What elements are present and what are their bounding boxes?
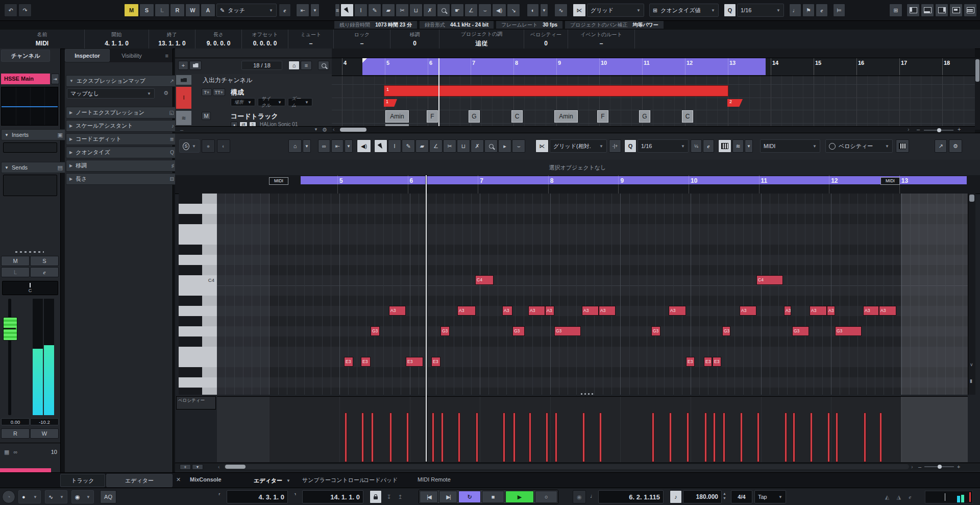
editor-vscrollbar[interactable]: ∨ ▮ bbox=[968, 194, 975, 395]
arranger-zoom-select[interactable]: ズーム▼ bbox=[288, 98, 312, 106]
quantize-panel-flag-button[interactable]: ⚑ bbox=[802, 4, 815, 17]
velocity-bar[interactable] bbox=[503, 413, 505, 462]
piano-key-black[interactable] bbox=[179, 194, 217, 204]
mute-tool-button[interactable]: ✗ bbox=[423, 4, 436, 17]
hand-tool-button[interactable]: ☛ bbox=[451, 4, 464, 17]
velocity-bar[interactable] bbox=[879, 413, 882, 462]
tap-tempo-button[interactable]: Tap▼ bbox=[754, 490, 786, 503]
color-tool-options-button[interactable]: ▼ bbox=[540, 4, 548, 17]
inspector-section-5[interactable]: ▶移調♯ bbox=[66, 160, 178, 172]
chord-event-F[interactable]: F bbox=[597, 110, 608, 123]
open-in-window-button[interactable]: ↗ bbox=[935, 139, 947, 153]
piano-key-black[interactable] bbox=[179, 316, 217, 327]
tab-inspector[interactable]: Inspector bbox=[65, 49, 110, 62]
editor-curve-tool-button[interactable]: ⌣ bbox=[512, 139, 525, 153]
velocity-bar[interactable] bbox=[740, 413, 743, 462]
midi-note-A3[interactable]: A3 bbox=[502, 306, 512, 316]
editor-setup-button[interactable]: ⚙ bbox=[949, 139, 962, 153]
arranger-cycle-select[interactable]: サイクル▼ bbox=[258, 98, 285, 106]
window-layout-options-button[interactable] bbox=[964, 4, 977, 17]
editor-erase-tool-button[interactable]: ▰ bbox=[415, 139, 429, 153]
editor-mute-tool-button[interactable]: ✗ bbox=[471, 139, 484, 153]
pitch-visibility-options-button[interactable]: ≋ bbox=[732, 139, 744, 153]
piano-key-white[interactable] bbox=[179, 285, 217, 296]
tab-track[interactable]: トラック bbox=[60, 474, 105, 487]
editor-window-mode-button[interactable]: ⌂ bbox=[288, 139, 302, 153]
midi-record-mode-select[interactable]: ◉▼ bbox=[71, 490, 94, 503]
midi-note-C4[interactable]: C4 bbox=[756, 275, 783, 285]
midi-note-A3[interactable]: A3 bbox=[582, 306, 599, 316]
track-list-options-button[interactable]: ≡ bbox=[301, 61, 312, 70]
info-col-4[interactable]: オフセット0. 0. 0. 0 bbox=[242, 30, 288, 49]
midi-note-E3[interactable]: E3 bbox=[361, 357, 371, 367]
velocity-bar[interactable] bbox=[371, 413, 374, 462]
editor-glue-tool-button[interactable]: ⊔ bbox=[457, 139, 470, 153]
tempo-value[interactable]: 180.000 bbox=[683, 490, 722, 503]
goto-start-button[interactable]: |◀ bbox=[420, 491, 438, 503]
fader-track[interactable] bbox=[8, 299, 11, 415]
goto-end-button[interactable]: ▶| bbox=[439, 491, 457, 503]
velocity-bar[interactable] bbox=[827, 413, 830, 462]
grid-match-quantize-button[interactable]: -|+ bbox=[609, 139, 621, 153]
info-col-5[interactable]: ミュート– bbox=[288, 30, 334, 49]
scroll-left-icon[interactable]: ‹ bbox=[218, 464, 220, 470]
automation-mode-select[interactable]: ✎ タッチ ▼ bbox=[216, 4, 277, 17]
channel-edit-button[interactable]: e bbox=[30, 267, 59, 277]
editor-autoscroll-button[interactable]: ⇤ bbox=[331, 139, 344, 153]
info-col-7[interactable]: 移調0 bbox=[390, 30, 439, 49]
midi-note-G3[interactable]: G3 bbox=[554, 326, 581, 336]
auto-quantize-button[interactable]: AQ bbox=[100, 490, 116, 503]
scroll-left-icon[interactable]: ‹ bbox=[333, 126, 335, 132]
vscroll-thumb[interactable] bbox=[975, 59, 979, 82]
right-locator-icon[interactable]: ⸣ bbox=[294, 492, 296, 499]
tempo-spinner[interactable]: ▲▼ bbox=[723, 491, 726, 500]
midi-note-A3[interactable]: A3 bbox=[669, 306, 686, 316]
zoom-tool-button[interactable] bbox=[437, 4, 450, 17]
erase-tool-button[interactable]: ▰ bbox=[382, 4, 395, 17]
chord-event-Amin[interactable]: Amin bbox=[554, 110, 578, 123]
record-mode-select[interactable]: ●▼ bbox=[18, 490, 41, 503]
velocity-bar[interactable] bbox=[361, 413, 364, 462]
inspector-section-6[interactable]: ▶長さ⊟ bbox=[66, 173, 178, 185]
editor-zoom-tool-button[interactable] bbox=[484, 139, 498, 153]
velocity-bar[interactable] bbox=[810, 413, 813, 462]
velocity-bar[interactable] bbox=[757, 413, 760, 462]
part-end-flag[interactable]: MIDI bbox=[880, 177, 900, 185]
use-track-preset-button[interactable] bbox=[189, 61, 202, 70]
velocity-bar[interactable] bbox=[389, 413, 392, 462]
midi-note-G3[interactable]: G3 bbox=[792, 326, 809, 336]
quantize-preset-select[interactable]: ⊞ クオンタイズ値 ▼ bbox=[649, 4, 719, 17]
editor-iq-button[interactable]: ¼ bbox=[691, 139, 702, 153]
velocity-bar[interactable] bbox=[441, 413, 444, 462]
vzoom-handle-icon[interactable]: ▮ bbox=[970, 378, 972, 383]
solo-button[interactable]: S bbox=[30, 256, 59, 266]
velocity-bar[interactable] bbox=[785, 413, 787, 462]
midi-note-G3[interactable]: G3 bbox=[651, 326, 660, 336]
info-col-0[interactable]: 名前MIDI bbox=[0, 30, 85, 49]
midi-note-A3[interactable]: A3 bbox=[827, 306, 835, 316]
inserts-bypass-icon[interactable]: ▣ bbox=[58, 132, 63, 138]
info-col-8[interactable]: プロジェクトの調追従 bbox=[439, 30, 524, 49]
zoom-out-icon[interactable]: – bbox=[917, 126, 920, 132]
line-style-button[interactable]: ⊨ bbox=[833, 4, 845, 17]
midi-note-E3[interactable]: E3 bbox=[713, 357, 721, 367]
piano-key-black[interactable] bbox=[179, 296, 217, 306]
piano-key-black[interactable] bbox=[179, 245, 217, 255]
piano-key-white[interactable] bbox=[179, 377, 217, 388]
midi-note-G3[interactable]: G3 bbox=[722, 326, 730, 336]
info-col-1[interactable]: 開始4. 1. 1. 0 bbox=[85, 30, 149, 49]
pre-roll-button[interactable]: ◉ bbox=[573, 490, 586, 503]
sends-section-header[interactable]: ▼ Sends ▤ bbox=[1, 162, 66, 173]
piano-key-white[interactable] bbox=[179, 357, 217, 367]
info-col-10[interactable]: イベントのルート– bbox=[568, 30, 635, 49]
toggle-lower-zone-button[interactable] bbox=[921, 4, 934, 17]
chord-event-G[interactable]: G bbox=[639, 110, 650, 123]
velocity-bar[interactable] bbox=[793, 413, 795, 462]
midi-note-A3[interactable]: A3 bbox=[863, 306, 879, 316]
insert-state-icon[interactable]: ▦ bbox=[4, 449, 9, 455]
project-timeline[interactable]: 456789101112131415161718 112AminFGCAminF… bbox=[332, 49, 975, 133]
zoom-slider-handle[interactable] bbox=[938, 465, 942, 469]
midi-part-event[interactable]: 1 bbox=[384, 85, 728, 97]
add-lane-button[interactable]: + bbox=[180, 464, 191, 470]
zoom-slider[interactable] bbox=[924, 466, 954, 467]
